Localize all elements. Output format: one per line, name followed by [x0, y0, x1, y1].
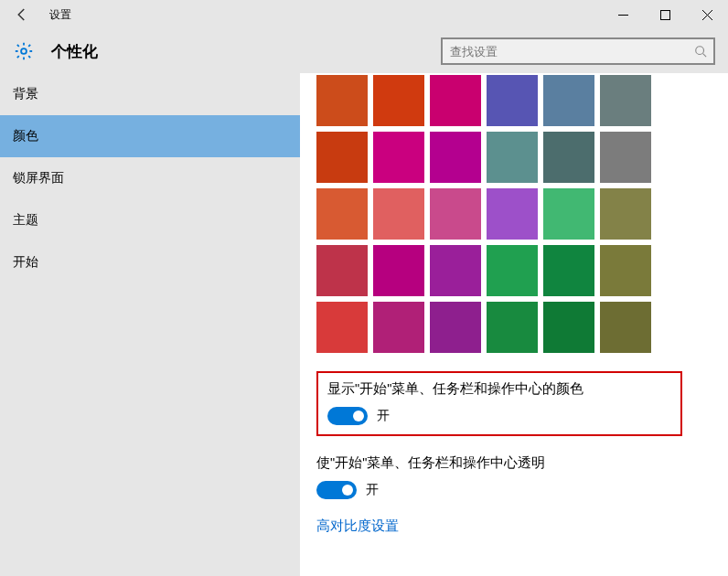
- sidebar-item-start[interactable]: 开始: [0, 241, 300, 283]
- gear-icon: [13, 40, 35, 62]
- color-swatch[interactable]: [373, 302, 424, 353]
- transparency-label: 使"开始"菜单、任务栏和操作中心透明: [316, 454, 728, 472]
- color-swatch[interactable]: [543, 188, 594, 240]
- sidebar-item-lockscreen[interactable]: 锁屏界面: [0, 157, 300, 199]
- color-swatch[interactable]: [373, 245, 424, 296]
- color-swatch[interactable]: [430, 245, 481, 296]
- window-title: 设置: [49, 7, 71, 23]
- color-swatch[interactable]: [430, 188, 481, 240]
- color-swatch[interactable]: [316, 188, 368, 240]
- sidebar-item-themes[interactable]: 主题: [0, 199, 300, 241]
- color-swatch[interactable]: [487, 188, 538, 240]
- color-swatch[interactable]: [543, 245, 594, 296]
- color-swatch[interactable]: [543, 302, 594, 353]
- sidebar-item-label: 开始: [13, 254, 38, 271]
- color-swatch[interactable]: [600, 132, 651, 183]
- show-color-label: 显示"开始"菜单、任务栏和操作中心的颜色: [327, 380, 671, 398]
- color-swatch[interactable]: [543, 132, 594, 183]
- content-area: 显示"开始"菜单、任务栏和操作中心的颜色 开 使"开始"菜单、任务栏和操作中心透…: [300, 73, 728, 576]
- color-swatch[interactable]: [487, 132, 538, 183]
- color-swatch[interactable]: [600, 75, 651, 126]
- color-swatch[interactable]: [430, 75, 481, 126]
- sidebar-item-label: 锁屏界面: [13, 170, 64, 187]
- search-input[interactable]: [443, 45, 688, 59]
- show-color-toggle[interactable]: [327, 407, 368, 425]
- minimize-button[interactable]: [602, 0, 644, 29]
- search-box[interactable]: [441, 37, 715, 65]
- close-button[interactable]: [686, 0, 728, 29]
- maximize-button[interactable]: [644, 0, 686, 29]
- color-swatch[interactable]: [373, 188, 424, 240]
- svg-rect-1: [660, 10, 669, 19]
- color-swatch[interactable]: [316, 75, 368, 126]
- color-swatch[interactable]: [487, 75, 538, 126]
- color-swatch[interactable]: [373, 75, 424, 126]
- color-swatch[interactable]: [316, 245, 368, 296]
- show-color-state: 开: [377, 408, 390, 424]
- svg-point-4: [21, 48, 27, 54]
- transparency-toggle[interactable]: [316, 481, 357, 499]
- color-swatch[interactable]: [373, 132, 424, 183]
- highlight-annotation: 显示"开始"菜单、任务栏和操作中心的颜色 开: [316, 371, 682, 436]
- color-swatch[interactable]: [430, 302, 481, 353]
- section-title: 个性化: [51, 41, 98, 62]
- color-swatch[interactable]: [487, 302, 538, 353]
- color-swatch[interactable]: [543, 75, 594, 126]
- color-swatch[interactable]: [430, 132, 481, 183]
- color-swatch[interactable]: [600, 245, 651, 296]
- svg-line-6: [703, 54, 707, 58]
- sidebar-item-label: 颜色: [13, 128, 38, 144]
- color-swatch[interactable]: [600, 188, 651, 240]
- sidebar-item-label: 背景: [13, 86, 38, 102]
- back-button[interactable]: [0, 0, 44, 29]
- sidebar-item-colors[interactable]: 颜色: [0, 115, 300, 157]
- svg-point-5: [696, 47, 704, 55]
- color-swatch[interactable]: [487, 245, 538, 296]
- sidebar: 背景 颜色 锁屏界面 主题 开始: [0, 73, 300, 576]
- color-palette: [316, 75, 728, 353]
- high-contrast-link[interactable]: 高对比度设置: [316, 517, 399, 535]
- color-swatch[interactable]: [316, 302, 368, 353]
- search-icon: [688, 45, 713, 58]
- sidebar-item-background[interactable]: 背景: [0, 73, 300, 115]
- transparency-state: 开: [366, 482, 379, 498]
- sidebar-item-label: 主题: [13, 212, 38, 229]
- color-swatch[interactable]: [316, 132, 368, 183]
- color-swatch[interactable]: [600, 302, 651, 353]
